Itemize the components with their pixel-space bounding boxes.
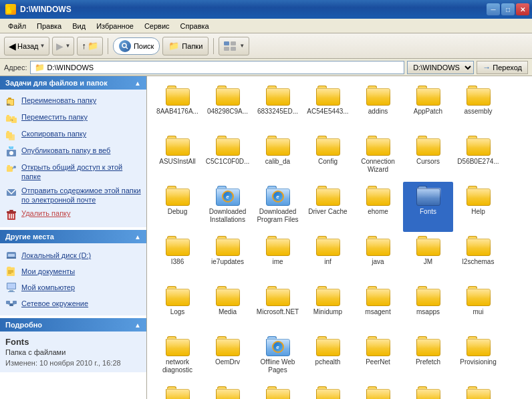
file-item[interactable]: 6833245ED...: [253, 82, 303, 132]
file-item[interactable]: Microsoft.NET: [253, 282, 303, 332]
file-item[interactable]: ie7updates: [203, 232, 253, 282]
details-collapse-icon: ▲: [134, 321, 141, 329]
file-item[interactable]: Debug: [152, 182, 203, 232]
file-item[interactable]: mui: [453, 282, 503, 332]
menu-file[interactable]: Файл: [3, 21, 31, 31]
file-item[interactable]: msapps: [403, 282, 453, 332]
file-name: calib_da: [265, 158, 290, 166]
file-item[interactable]: D56B0E274...: [453, 132, 503, 182]
maximize-button[interactable]: □: [501, 3, 515, 15]
file-item[interactable]: Provisioning: [453, 332, 503, 382]
file-item[interactable]: l2schemas: [453, 232, 503, 282]
file-item[interactable]: 048298C9A...: [203, 82, 253, 132]
back-dropdown-icon[interactable]: ▼: [40, 43, 45, 49]
file-item[interactable]: Registered...: [203, 382, 253, 399]
file-name: ime: [272, 258, 283, 266]
file-item[interactable]: Driver Cache: [303, 182, 353, 232]
place-my-computer[interactable]: Мой компьютер: [3, 279, 144, 295]
file-item[interactable]: Help: [453, 182, 503, 232]
file-item[interactable]: Cursors: [403, 132, 453, 182]
file-item[interactable]: calib_da: [253, 132, 303, 182]
file-item[interactable]: pss: [152, 382, 203, 399]
menu-view[interactable]: Вид: [67, 21, 91, 31]
file-item[interactable]: Logs: [152, 282, 203, 332]
file-name: OemDrv: [215, 358, 240, 366]
place-my-docs[interactable]: Мои документы: [3, 263, 144, 279]
file-item[interactable]: ehome: [353, 182, 403, 232]
tasks-header[interactable]: Задачи для файлов и папок ▲: [0, 76, 146, 90]
file-item[interactable]: AppPatch: [403, 82, 453, 132]
file-item[interactable]: AC54E5443...: [303, 82, 353, 132]
place-network[interactable]: Сетевое окружение: [3, 295, 144, 311]
action-publish[interactable]: 🌐 Опубликовать папку в веб: [3, 144, 144, 160]
go-button[interactable]: → Переход: [477, 61, 528, 74]
svg-line-28: [13, 167, 13, 169]
file-item[interactable]: I386: [152, 232, 203, 282]
file-name: msagent: [365, 308, 390, 316]
file-item[interactable]: inf: [303, 232, 353, 282]
file-item[interactable]: msagent: [353, 282, 403, 332]
file-area[interactable]: 8AAB4176A... 048298C9A... 6833245ED... A…: [147, 76, 532, 399]
action-copy[interactable]: Скопировать папку: [3, 127, 144, 144]
back-button[interactable]: ◀ Назад ▼: [4, 37, 49, 55]
folders-button[interactable]: 📁 Папки: [162, 37, 209, 55]
minimize-button[interactable]: ─: [487, 3, 500, 15]
file-item[interactable]: Resources: [353, 382, 403, 399]
file-item[interactable]: Media: [203, 282, 253, 332]
file-item[interactable]: Minidump: [303, 282, 353, 332]
file-item[interactable]: OemDrv: [203, 332, 253, 382]
forward-dropdown-icon[interactable]: ▼: [65, 43, 70, 49]
file-item[interactable]: ServicePac...: [453, 382, 503, 399]
address-dropdown[interactable]: D:\WINDOWS: [407, 61, 474, 74]
file-item[interactable]: repair: [303, 382, 353, 399]
place-local-disk[interactable]: Локальный диск (D:): [3, 247, 144, 263]
menu-help[interactable]: Справка: [175, 21, 215, 31]
file-item[interactable]: Prefetch: [403, 332, 453, 382]
file-item[interactable]: java: [353, 232, 403, 282]
action-email[interactable]: Отправить содержимое этой папки по элект…: [3, 184, 144, 207]
action-move[interactable]: → Переместить папку: [3, 110, 144, 127]
action-delete[interactable]: Удалить папку: [3, 207, 144, 223]
menu-edit[interactable]: Правка: [31, 21, 67, 31]
file-item[interactable]: e Downloaded Installations: [203, 182, 253, 232]
address-input[interactable]: [47, 63, 400, 72]
up-button[interactable]: ↑ 📁: [77, 37, 103, 55]
file-item[interactable]: pchealth: [303, 332, 353, 382]
file-item[interactable]: ime: [253, 232, 303, 282]
file-item[interactable]: ASUSInstAll: [152, 132, 203, 182]
views-dropdown-icon[interactable]: ▼: [239, 43, 245, 49]
other-places-header[interactable]: Другие места ▲: [0, 230, 146, 243]
file-item[interactable]: PeerNet: [353, 332, 403, 382]
views-button[interactable]: ▼: [219, 37, 249, 55]
file-item[interactable]: Fonts: [403, 182, 453, 232]
action-copy-text: Скопировать папку: [21, 129, 86, 138]
file-item[interactable]: network diagnostic: [152, 332, 203, 382]
file-name: JM: [424, 258, 432, 266]
file-item[interactable]: Config: [303, 132, 353, 182]
action-rename[interactable]: ✏ Переименовать папку: [3, 94, 144, 110]
file-item[interactable]: e Offline Web Pages: [253, 332, 303, 382]
file-item[interactable]: JM: [403, 232, 453, 282]
ie-logo-icon: e: [272, 341, 284, 353]
file-item[interactable]: Connection Wizard: [353, 132, 403, 182]
file-name: Cursors: [416, 158, 440, 166]
close-button[interactable]: ✕: [516, 3, 529, 15]
menu-tools[interactable]: Сервис: [139, 21, 175, 31]
search-box[interactable]: Поиск: [113, 37, 160, 55]
file-item[interactable]: C5C1C0F0D...: [203, 132, 253, 182]
menu-favorites[interactable]: Избранное: [91, 21, 139, 31]
address-input-wrap[interactable]: 📁: [30, 61, 405, 74]
file-item[interactable]: security: [403, 382, 453, 399]
file-item[interactable]: e Downloaded Program Files: [253, 182, 303, 232]
folder-icon: [416, 236, 440, 256]
action-share[interactable]: Открыть общий доступ к этой папке: [3, 160, 144, 184]
file-item[interactable]: addins: [353, 82, 403, 132]
file-item[interactable]: 8AAB4176A...: [152, 82, 203, 132]
details-header[interactable]: Подробно ▲: [0, 318, 146, 331]
file-item[interactable]: assembly: [453, 82, 503, 132]
address-folder-icon: 📁: [35, 63, 45, 72]
forward-button[interactable]: ▶ ▼: [52, 37, 74, 55]
file-item[interactable]: Registration: [253, 382, 303, 399]
svg-rect-40: [7, 267, 11, 268]
file-name: assembly: [464, 108, 492, 116]
